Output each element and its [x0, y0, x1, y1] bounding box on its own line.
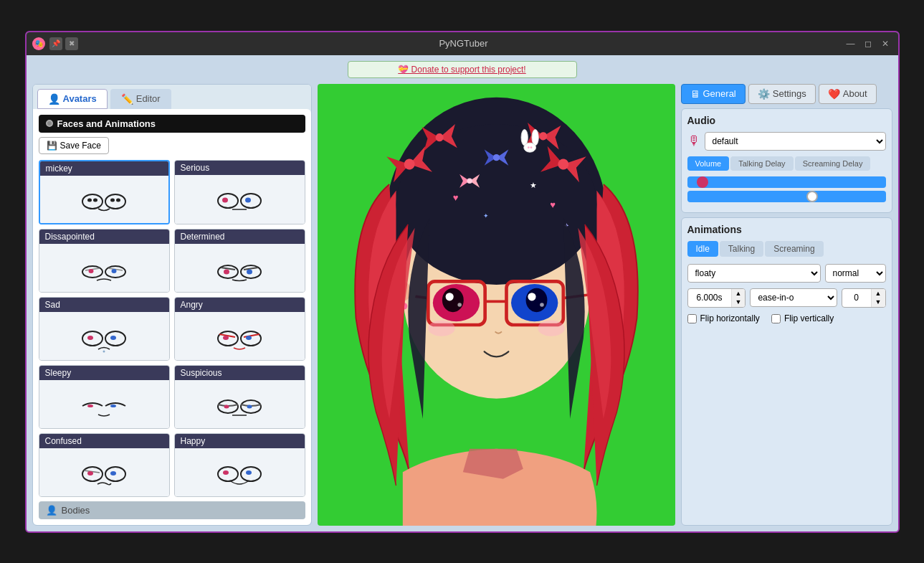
about-icon: ❤️ [828, 88, 840, 100]
close-btn[interactable]: ✕ [878, 37, 892, 51]
svg-point-16 [112, 269, 117, 273]
volume-slider-2-thumb[interactable] [806, 191, 818, 202]
face-card-sleepy[interactable]: Sleepy [39, 365, 170, 429]
minimize-btn[interactable]: — [844, 37, 858, 51]
svg-point-77 [457, 303, 462, 307]
anim-params-row: 6.000s ▲ ▼ ease-in-o ease-in ease-out li… [687, 288, 886, 308]
face-label-sleepy: Sleepy [39, 366, 169, 380]
svg-point-32 [223, 336, 229, 340]
save-face-button[interactable]: 💾 Save Face [39, 137, 109, 154]
svg-point-0 [82, 194, 103, 209]
flip-vertical-option[interactable]: Flip vertically [771, 313, 834, 323]
face-card-happy[interactable]: Happy [174, 433, 305, 497]
app-window: 🎭 📌 ✖ PyNGTuber — ◻ ✕ 💝 Donate to suppor… [25, 31, 900, 533]
left-tab-bar: 👤 Avatars ✏️ Editor [33, 85, 311, 109]
face-preview-determined [175, 244, 305, 293]
volume-slider-1[interactable] [687, 176, 886, 188]
panel-inner: Faces and Animations 💾 Save Face mickey [33, 109, 311, 525]
title-bar-controls-left: 📌 ✖ [49, 37, 78, 50]
maximize-btn[interactable]: ◻ [861, 37, 875, 51]
face-card-confused[interactable]: Confused [39, 433, 170, 497]
flip-horizontal-option[interactable]: Flip horizontally [687, 313, 760, 323]
anim-tab-screaming[interactable]: Screaming [765, 241, 823, 257]
save-icon: 💾 [47, 141, 57, 151]
app-icon: 🎭 [32, 37, 45, 50]
right-panel: 🖥 General ⚙️ Settings ❤️ About Audio 🎙 [681, 84, 892, 526]
nav-tab-settings[interactable]: ⚙️ Settings [748, 84, 816, 104]
face-card-sad[interactable]: Sad [39, 297, 170, 361]
window-title: PyNGTuber [84, 38, 844, 49]
svg-point-75 [442, 288, 463, 312]
face-card-suspicious[interactable]: Suspicious [174, 365, 305, 429]
sub-tab-talking-delay[interactable]: Talking Delay [730, 156, 793, 171]
flip-options: Flip horizontally Flip vertically [687, 313, 886, 323]
face-label-suspicious: Suspicious [175, 366, 305, 380]
svg-point-38 [224, 405, 229, 409]
editor-icon: ✏️ [121, 93, 133, 105]
face-card-serious[interactable]: Serious [174, 160, 305, 225]
bodies-section[interactable]: 👤 Bodies [39, 501, 305, 519]
flip-vertical-checkbox[interactable] [771, 314, 781, 323]
anim-tab-talking[interactable]: Talking [720, 241, 763, 257]
duration-decrement[interactable]: ▼ [732, 298, 746, 307]
svg-line-31 [244, 334, 259, 337]
svg-text:♥: ♥ [550, 199, 556, 209]
tab-editor[interactable]: ✏️ Editor [110, 89, 171, 109]
volume-slider-2[interactable] [687, 191, 886, 202]
face-preview-suspicious [175, 380, 305, 429]
svg-point-44 [87, 471, 93, 476]
tab-avatars[interactable]: 👤 Avatars [37, 89, 108, 109]
offset-value: 0 [842, 290, 871, 306]
offset-stepper[interactable]: 0 ▲ ▼ [842, 288, 886, 308]
svg-point-7 [241, 194, 261, 208]
avatar-display: ♥ ♥ ★ ✦ ✦ [318, 84, 675, 526]
faces-section-header: Faces and Animations [39, 115, 305, 133]
nav-tab-general[interactable]: 🖥 General [681, 84, 746, 104]
anim-tab-idle[interactable]: Idle [687, 241, 718, 257]
ease-dropdown[interactable]: ease-in-o ease-in ease-out linear [750, 288, 837, 307]
svg-point-21 [224, 269, 229, 274]
general-icon: 🖥 [690, 88, 700, 100]
face-preview-mickey [40, 176, 168, 225]
settings-icon: ⚙️ [758, 88, 770, 100]
offset-decrement[interactable]: ▼ [872, 298, 885, 307]
audio-sub-tabs: Volume Talking Delay Screaming Delay [687, 156, 886, 171]
speed-dropdown[interactable]: normal slow fast [825, 264, 886, 283]
animation-dropdown[interactable]: floaty bounce sway none [687, 264, 821, 283]
svg-point-68 [467, 178, 472, 183]
face-card-dissapointed[interactable]: Dissapointed [39, 229, 170, 293]
sub-tab-volume[interactable]: Volume [687, 156, 730, 171]
svg-point-33 [246, 336, 252, 340]
flip-horizontal-checkbox[interactable] [687, 314, 697, 323]
svg-point-15 [89, 269, 94, 273]
bodies-icon: 👤 [46, 505, 57, 516]
face-card-angry[interactable]: Angry [174, 297, 305, 361]
nav-tab-about[interactable]: ❤️ About [819, 84, 877, 104]
pin-btn[interactable]: 📌 [49, 37, 62, 50]
face-card-mickey[interactable]: mickey [39, 160, 170, 225]
svg-point-6 [218, 194, 238, 208]
mic-icon: 🎙 [687, 133, 700, 148]
duration-value: 6.000s [688, 290, 731, 306]
offset-increment[interactable]: ▲ [872, 289, 885, 298]
mic-dropdown[interactable]: default [705, 132, 886, 151]
svg-point-1 [105, 194, 125, 209]
left-panel: 👤 Avatars ✏️ Editor Faces and Animations… [32, 84, 312, 526]
face-label-determined: Determined [175, 230, 305, 244]
sub-tab-screaming-delay[interactable]: Screaming Delay [795, 156, 871, 171]
duration-stepper[interactable]: 6.000s ▲ ▼ [687, 288, 746, 308]
animations-section: Animations Idle Talking Screaming floaty… [681, 217, 892, 526]
svg-point-48 [223, 470, 229, 475]
face-label-confused: Confused [39, 434, 169, 448]
canvas-area: ♥ ♥ ★ ✦ ✦ [318, 84, 675, 526]
section-dot [46, 120, 53, 127]
duration-increment[interactable]: ▲ [732, 289, 746, 298]
unpin-btn[interactable]: ✖ [65, 37, 78, 50]
face-card-determined[interactable]: Determined [174, 229, 305, 293]
svg-point-57 [492, 154, 499, 161]
svg-point-85 [428, 320, 454, 336]
donate-banner[interactable]: 💝 Donate to support this project! [348, 61, 577, 78]
svg-point-2 [87, 199, 92, 202]
svg-point-34 [87, 404, 93, 407]
volume-slider-1-thumb[interactable] [697, 176, 708, 188]
